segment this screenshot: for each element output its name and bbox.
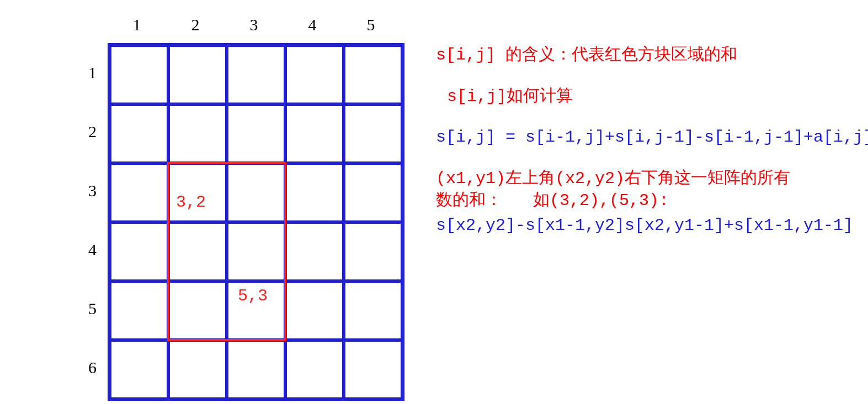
grid <box>108 43 404 401</box>
annot-top-left: 3,2 <box>176 193 206 212</box>
line-howto-title: s[i,j]如何计算 <box>436 85 861 108</box>
row-label: 5 <box>74 279 97 338</box>
grid-row <box>110 340 402 399</box>
row-label: 3 <box>74 161 97 220</box>
col-label: 1 <box>108 15 166 34</box>
grid-cell <box>344 281 402 340</box>
grid-cell <box>168 104 227 163</box>
grid-cell <box>285 222 344 281</box>
grid-cell <box>110 340 168 399</box>
grid-cell <box>344 104 402 163</box>
line4b: 数的和： <box>436 191 502 210</box>
grid-cell <box>227 104 285 163</box>
col-label: 5 <box>342 15 400 34</box>
grid-row <box>110 163 402 222</box>
line4c: 如(3,2),(5,3): <box>533 191 669 210</box>
line4a: (x1,y1)左上角(x2,y2)右下角这一矩阵的所有 <box>436 169 790 188</box>
grid-row <box>110 222 402 281</box>
grid-cell <box>285 281 344 340</box>
line-formula-2: s[x2,y2]-s[x1-1,y2]s[x2,y1-1]+s[x1-1,y1-… <box>436 214 861 237</box>
line-meaning: s[i,j] 的含义：代表红色方块区域的和 <box>436 44 861 67</box>
grid-cell <box>110 45 168 104</box>
col-label: 4 <box>283 15 342 34</box>
row-label: 2 <box>74 102 97 161</box>
explanation: s[i,j] 的含义：代表红色方块区域的和 s[i,j]如何计算 s[i,j] … <box>436 44 861 255</box>
grid-cell <box>344 45 402 104</box>
grid-cell <box>110 104 168 163</box>
diagram-root: 1 2 3 4 5 1 2 3 4 5 6 3,2 5,3 s[i,j] 的含义… <box>0 0 868 404</box>
line-formula-1: s[i,j] = s[i-1,j]+s[i,j-1]-s[i-1,j-1]+a[… <box>436 126 861 149</box>
row-label: 4 <box>74 220 97 279</box>
grid-cell <box>168 45 227 104</box>
row-label: 6 <box>74 338 97 397</box>
col-label: 3 <box>225 15 283 34</box>
grid-cell <box>110 222 168 281</box>
grid-cell <box>168 222 227 281</box>
col-label: 2 <box>166 15 225 34</box>
grid-cell <box>227 222 285 281</box>
grid-cell <box>110 163 168 222</box>
col-labels: 1 2 3 4 5 <box>108 15 400 34</box>
grid-cell <box>227 163 285 222</box>
grid-cell <box>285 104 344 163</box>
grid-cell <box>168 281 227 340</box>
grid-cell <box>168 340 227 399</box>
grid-cell <box>344 163 402 222</box>
grid-cell <box>344 340 402 399</box>
row-labels: 1 2 3 4 5 6 <box>74 43 97 397</box>
grid-row <box>110 45 402 104</box>
grid-row <box>110 104 402 163</box>
row-label: 1 <box>74 43 97 102</box>
grid-cell <box>227 45 285 104</box>
grid-cell <box>110 281 168 340</box>
grid-cell <box>227 340 285 399</box>
grid-cell <box>285 163 344 222</box>
grid-cell <box>344 222 402 281</box>
annot-bottom-right: 5,3 <box>238 287 268 305</box>
line-submatrix-desc: (x1,y1)左上角(x2,y2)右下角这一矩阵的所有 数的和： 如(3,2),… <box>436 168 861 212</box>
grid-cell <box>285 340 344 399</box>
grid-cell <box>285 45 344 104</box>
